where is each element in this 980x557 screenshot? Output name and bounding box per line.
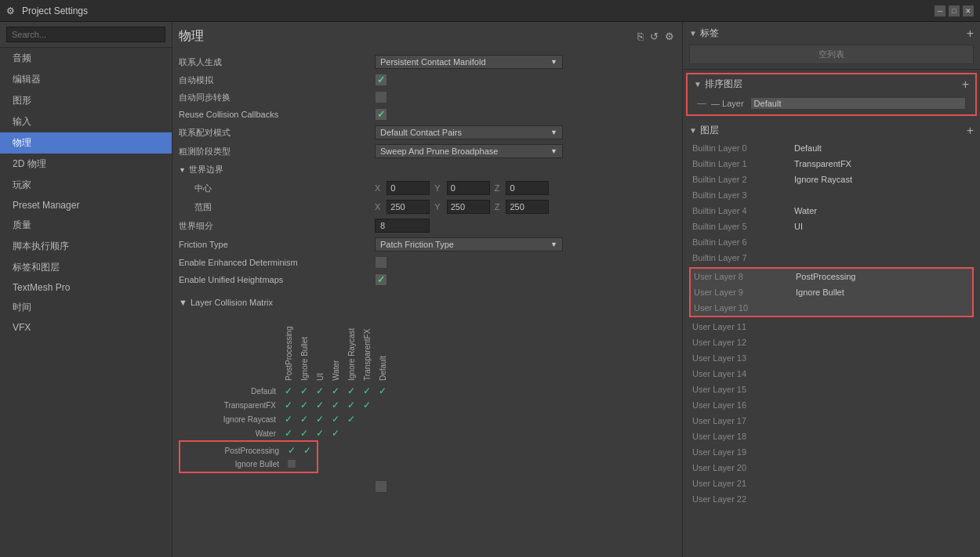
sidebar-item-质量[interactable]: 质量 — [0, 215, 172, 236]
settings-icon-button[interactable]: ⚙ — [663, 29, 676, 44]
center-y-input[interactable] — [447, 181, 490, 195]
highlighted-layers-group: User Layer 8PostProcessingUser Layer 9Ig… — [689, 267, 974, 317]
matrix-check-default-ir[interactable]: ✓ — [343, 385, 359, 396]
sidebar-item-preset-manager[interactable]: Preset Manager — [0, 196, 172, 215]
title-bar-controls: ─ □ ✕ — [935, 5, 974, 16]
sorting-layer-item: — — Layer — [694, 96, 969, 111]
layer-matrix-section: ▼ Layer Collision Matrix PostProcessing … — [179, 295, 676, 495]
layer-item-12: User Layer 12 — [689, 335, 974, 350]
tags-add-button[interactable]: + — [967, 27, 974, 40]
auto-sync-checkbox[interactable] — [375, 91, 387, 103]
reuse-callbacks-checkbox[interactable] — [375, 108, 387, 121]
chevron-down-icon-3: ▼ — [550, 147, 557, 155]
matrix-column-headers: PostProcessing Ignore Bullet UI Water Ig… — [281, 310, 676, 381]
sorting-layer-value-input[interactable] — [750, 97, 966, 110]
world-subdiv-row: 世界细分 — [179, 216, 676, 235]
layer-item-9: User Layer 9Ignore Bullet — [691, 284, 972, 300]
range-y-label: Y — [434, 202, 440, 212]
sidebar-item-图形[interactable]: 图形 — [0, 90, 172, 111]
matrix-check-default-def[interactable]: ✓ — [375, 385, 390, 396]
broadphase-value: Sweep And Prune Broadphase ▼ — [375, 144, 676, 158]
close-button[interactable]: ✕ — [963, 5, 974, 16]
matrix-check-ir-ir[interactable]: ✓ — [343, 414, 359, 425]
sidebar-item-物理[interactable]: 物理 — [0, 132, 172, 154]
broadphase-dropdown[interactable]: Sweep And Prune Broadphase ▼ — [375, 144, 563, 158]
center-x-input[interactable] — [387, 181, 430, 195]
matrix-check-water-pp[interactable]: ✓ — [281, 428, 296, 439]
matrix-check-ib-ib[interactable] — [284, 459, 299, 468]
sidebar-item-textmesh-pro[interactable]: TextMesh Pro — [0, 278, 172, 297]
matrix-check-tfx-tfx[interactable]: ✓ — [359, 400, 375, 411]
matrix-check-water-ui[interactable]: ✓ — [312, 428, 328, 439]
layer-item-8: User Layer 8PostProcessing — [691, 269, 972, 284]
auto-sync-value — [375, 91, 676, 103]
matrix-check-tfx-ui[interactable]: ✓ — [312, 400, 328, 411]
tags-empty-list: 空列表 — [689, 45, 974, 64]
range-z-input[interactable] — [506, 200, 549, 214]
sidebar-item-vfx[interactable]: VFX — [0, 318, 172, 337]
matrix-check-tfx-ir[interactable]: ✓ — [343, 400, 359, 411]
matrix-row-label-ignorebullet: Ignore Bullet — [182, 460, 284, 468]
sidebar-item-输入[interactable]: 输入 — [0, 111, 172, 132]
friction-type-dropdown[interactable]: Patch Friction Type ▼ — [375, 237, 563, 251]
sidebar-item-脚本执行顺序[interactable]: 脚本执行顺序 — [0, 236, 172, 257]
matrix-check-ir-ib[interactable]: ✓ — [296, 414, 312, 425]
unified-heightmaps-checkbox[interactable] — [375, 273, 387, 286]
matrix-check-ir-pp[interactable]: ✓ — [281, 414, 296, 425]
matrix-check-default-water[interactable]: ✓ — [328, 385, 343, 396]
friction-type-row: Friction Type Patch Friction Type ▼ — [179, 235, 676, 254]
matrix-check-water-water[interactable]: ✓ — [328, 428, 343, 439]
matrix-check-tfx-water[interactable]: ✓ — [328, 400, 343, 411]
matrix-check-default-ib[interactable]: ✓ — [296, 385, 312, 396]
contact-gen-row: 联系人生成 Persistent Contact Manifold ▼ — [179, 52, 676, 71]
matrix-check-water-ib[interactable]: ✓ — [296, 428, 312, 439]
matrix-collapse-arrow-icon: ▼ — [179, 298, 187, 307]
layer-name-label: Builtin Layer 4 — [692, 206, 794, 215]
layer-item-21: User Layer 21 — [689, 476, 974, 491]
tags-collapse-arrow-icon: ▼ — [689, 29, 697, 38]
maximize-button[interactable]: □ — [949, 5, 960, 16]
matrix-row-label-postprocessing: PostProcessing — [182, 447, 284, 455]
fabric-interaction-row — [179, 478, 676, 495]
auto-sim-checkbox[interactable] — [375, 74, 387, 86]
center-xyz: X Y Z — [375, 181, 676, 195]
matrix-check-tfx-ib[interactable]: ✓ — [296, 400, 312, 411]
friction-type-dropdown-text: Patch Friction Type — [380, 240, 454, 249]
world-subdiv-input[interactable] — [375, 219, 430, 233]
sidebar-item-2d-物理[interactable]: 2D 物理 — [0, 154, 172, 175]
copy-icon-button[interactable]: ⎘ — [636, 29, 645, 44]
matrix-check-ir-ui[interactable]: ✓ — [312, 414, 328, 425]
sidebar-item-标签和图层[interactable]: 标签和图层 — [0, 257, 172, 278]
layer-name-label: Builtin Layer 6 — [692, 237, 794, 247]
contact-pairs-row: 联系配对模式 Default Contact Pairs ▼ — [179, 123, 676, 142]
matrix-check-ir-water[interactable]: ✓ — [328, 414, 343, 425]
matrix-check-tfx-pp[interactable]: ✓ — [281, 400, 296, 411]
chevron-down-icon-4: ▼ — [550, 241, 557, 248]
contact-gen-dropdown[interactable]: Persistent Contact Manifold ▼ — [375, 55, 563, 69]
range-y-input[interactable] — [447, 200, 490, 214]
unified-heightmaps-row: Enable Unified Heightmaps — [179, 271, 676, 288]
world-subdiv-value — [375, 219, 676, 233]
sorting-add-button[interactable]: + — [962, 78, 969, 91]
range-x-input[interactable] — [387, 200, 430, 214]
search-input[interactable] — [6, 27, 165, 42]
sidebar-item-编辑器[interactable]: 编辑器 — [0, 69, 172, 90]
matrix-check-default-tfx[interactable]: ✓ — [359, 385, 375, 396]
center-z-input[interactable] — [506, 181, 549, 195]
matrix-check-default-ui[interactable]: ✓ — [312, 385, 328, 396]
layers-add-button[interactable]: + — [967, 125, 974, 137]
matrix-check-pp-pp[interactable]: ✓ — [284, 445, 299, 456]
fabric-interaction-checkbox[interactable] — [375, 480, 387, 493]
minimize-button[interactable]: ─ — [935, 5, 946, 16]
sidebar-item-玩家[interactable]: 玩家 — [0, 175, 172, 196]
layer-item-1: Builtin Layer 1TransparentFX — [689, 156, 974, 172]
enhanced-det-value — [375, 256, 676, 269]
matrix-check-default-pp[interactable]: ✓ — [281, 385, 296, 396]
contact-gen-value: Persistent Contact Manifold ▼ — [375, 55, 676, 69]
enhanced-det-checkbox[interactable] — [375, 256, 387, 269]
matrix-check-pp-ib[interactable]: ✓ — [299, 445, 315, 456]
sidebar-item-音频[interactable]: 音频 — [0, 48, 172, 69]
reset-icon-button[interactable]: ↺ — [648, 29, 660, 44]
contact-pairs-dropdown[interactable]: Default Contact Pairs ▼ — [375, 125, 563, 139]
sidebar-item-时间[interactable]: 时间 — [0, 297, 172, 318]
